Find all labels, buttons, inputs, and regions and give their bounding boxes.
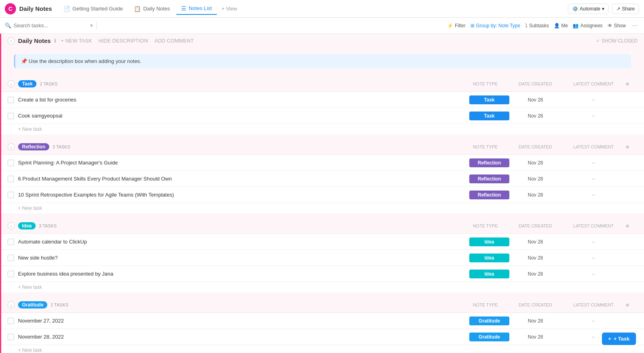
list-icon: ☰ (181, 5, 186, 12)
description-area: 📌 Use the description box when adding yo… (1, 48, 644, 76)
search-right: ⚡ Filter ⊞ Group by: Note Type ⤵ Subtask… (447, 22, 639, 29)
col-add-header: ⊕ (626, 81, 638, 87)
tab-daily-notes-label: Daily Notes (143, 6, 170, 12)
subtasks-btn[interactable]: ⤵ Subtasks (525, 23, 549, 28)
task-checkbox[interactable] (8, 192, 14, 198)
hide-desc-action[interactable]: HIDE DESCRIPTION (97, 37, 150, 45)
table-row[interactable]: Automate calendar to ClickUp Idea Nov 28… (1, 234, 644, 250)
task-name: New side hustle? (18, 255, 469, 261)
add-comment-action[interactable]: ADD COMMENT (153, 37, 195, 45)
eye-icon: 👁 (608, 23, 612, 28)
table-row[interactable]: Sprint Planning: A Project Manager's Gui… (1, 155, 644, 171)
search-left: 🔍 ▾ (5, 22, 93, 28)
col-add-header: ⊕ (626, 223, 638, 229)
collapse-idea-btn[interactable]: ↓ (8, 222, 15, 229)
tab-daily-notes[interactable]: 📋 Daily Notes (129, 3, 174, 14)
group-count-reflection: 3 TASKS (52, 144, 70, 149)
task-checkbox[interactable] (8, 113, 14, 119)
group-header-idea[interactable]: ↓ Idea 3 TASKS NOTE TYPE DATE CREATED LA… (1, 218, 644, 234)
task-name: November 28, 2022 (18, 334, 469, 340)
me-btn[interactable]: 👤 Me (554, 23, 568, 28)
tab-getting-started-label: Getting Started Guide (73, 6, 123, 12)
group-count-task: 2 TASKS (40, 81, 57, 86)
group-badge-reflection: Reflection (18, 143, 49, 150)
task-type-badge: Gratitude (469, 333, 509, 341)
group-header-task[interactable]: ↓ Task 2 TASKS NOTE TYPE DATE CREATED LA… (1, 76, 644, 92)
task-comment: – (561, 160, 626, 166)
task-comment: – (561, 176, 626, 182)
group-section-idea: ↓ Idea 3 TASKS NOTE TYPE DATE CREATED LA… (1, 218, 644, 297)
task-name: Cook samgyeopsal (18, 113, 469, 119)
automate-btn[interactable]: ⚙️ Automate ▾ (568, 4, 609, 14)
share-btn[interactable]: ↗ Share (612, 4, 639, 14)
table-row[interactable]: November 27, 2022 Gratitude Nov 28 – (1, 313, 644, 329)
task-type-badge: Task (469, 112, 509, 120)
task-checkbox[interactable] (8, 318, 14, 324)
table-row[interactable]: 10 Sprint Retrospective Examples for Agi… (1, 187, 644, 203)
table-row[interactable]: New side hustle? Idea Nov 28 – (1, 250, 644, 266)
col-date-header: DATE CREATED (509, 223, 561, 229)
groups-container: ↓ Task 2 TASKS NOTE TYPE DATE CREATED LA… (1, 76, 644, 353)
collapse-gratitude-btn[interactable]: ↓ (8, 301, 15, 308)
new-task-row-task[interactable]: + New task (1, 124, 644, 134)
task-checkbox[interactable] (8, 271, 14, 277)
task-checkbox[interactable] (8, 239, 14, 245)
add-task-float-btn[interactable]: + + Task (602, 333, 636, 345)
new-task-row-idea[interactable]: + New task (1, 282, 644, 292)
table-row[interactable]: Create a list for groceries Task Nov 28 … (1, 92, 644, 108)
task-type-badge: Task (469, 95, 509, 104)
collapse-reflection-btn[interactable]: ↓ (8, 143, 15, 150)
collapse-main-btn[interactable]: ↓ (8, 37, 15, 45)
col-note-type-header: NOTE TYPE (461, 81, 509, 87)
collapse-task-btn[interactable]: ↓ (8, 80, 15, 87)
task-date: Nov 28 (509, 318, 561, 324)
nav-tabs: 📄 Getting Started Guide 📋 Daily Notes ☰ … (59, 3, 568, 15)
table-row[interactable]: 6 Product Management Skills Every Produc… (1, 171, 644, 187)
info-icon: ℹ (54, 38, 56, 44)
task-name: Sprint Planning: A Project Manager's Gui… (18, 160, 469, 166)
app-logo: C (5, 3, 16, 14)
task-checkbox[interactable] (8, 176, 14, 182)
new-task-row-reflection[interactable]: + New task (1, 203, 644, 213)
group-header-reflection[interactable]: ↓ Reflection 3 TASKS NOTE TYPE DATE CREA… (1, 139, 644, 155)
col-comment-header: LATEST COMMENT (561, 81, 626, 87)
new-task-row-gratitude[interactable]: + New task (1, 345, 644, 353)
task-comment: – (561, 113, 626, 119)
table-row[interactable]: Cook samgyeopsal Task Nov 28 – (1, 108, 644, 124)
task-checkbox[interactable] (8, 255, 14, 261)
task-name: 6 Product Management Skills Every Produc… (18, 176, 469, 182)
group-header-gratitude[interactable]: ↓ Gratitude 2 TASKS NOTE TYPE DATE CREAT… (1, 297, 644, 313)
col-note-type-header: NOTE TYPE (461, 144, 509, 150)
task-comment: – (561, 318, 626, 324)
tab-getting-started[interactable]: 📄 Getting Started Guide (59, 3, 128, 14)
table-row[interactable]: Explore business idea presented by Jana … (1, 266, 644, 282)
task-type-badge: Gratitude (469, 316, 509, 325)
task-checkbox[interactable] (8, 160, 14, 166)
filter-btn[interactable]: ⚡ Filter (447, 23, 466, 28)
assignees-btn[interactable]: 👥 Assignees (573, 23, 602, 28)
group-by-btn[interactable]: ⊞ Group by: Note Type (470, 23, 521, 28)
show-closed-btn[interactable]: ✓ SHOW CLOSED (596, 38, 638, 44)
task-checkbox[interactable] (8, 97, 14, 103)
task-date: Nov 28 (509, 239, 561, 245)
new-task-action[interactable]: + NEW TASK (59, 37, 94, 45)
task-comment: – (561, 192, 626, 198)
group-cols-gratitude: NOTE TYPE DATE CREATED LATEST COMMENT ⊕ (461, 302, 638, 308)
checkmark-icon: ✓ (596, 38, 600, 44)
show-btn[interactable]: 👁 Show (608, 23, 626, 28)
col-comment-header: LATEST COMMENT (561, 302, 626, 308)
tab-notes-list[interactable]: ☰ Notes List (176, 3, 217, 15)
user-icon: 👤 (554, 23, 560, 28)
automate-icon: ⚙️ (572, 6, 578, 12)
task-checkbox[interactable] (8, 334, 14, 340)
task-name: Create a list for groceries (18, 97, 469, 103)
table-row[interactable]: November 28, 2022 Gratitude Nov 28 – (1, 329, 644, 345)
col-date-header: DATE CREATED (509, 81, 561, 87)
search-input[interactable] (14, 22, 78, 28)
add-view-btn[interactable]: + View (218, 3, 240, 14)
filter-icon: ⚡ (447, 23, 453, 28)
task-type-badge: Idea (469, 270, 509, 278)
more-options-btn[interactable]: ··· (631, 22, 639, 29)
section-divider (1, 292, 644, 297)
task-comment: – (561, 271, 626, 277)
